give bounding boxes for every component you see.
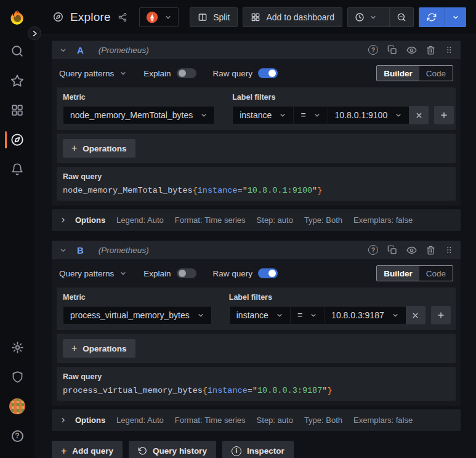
remove-filter-button[interactable] [406,306,426,324]
explain-label: Explain [143,69,171,78]
datasource-picker[interactable] [139,7,179,27]
sidebar-item-server-admin[interactable] [2,363,32,390]
raw-query-label: Raw query [63,172,450,181]
mode-builder-option[interactable]: Builder [377,66,419,81]
explain-toggle-field: Explain [143,68,196,78]
raw-query-toggle-field: Raw query [213,68,278,78]
query-row-header[interactable]: A (Prometheus) ? [52,41,461,59]
time-range-picker[interactable] [348,8,384,26]
metric-field-label: Metric [63,93,215,102]
remove-query-button[interactable] [426,46,435,55]
raw-query-switch[interactable] [258,68,278,78]
sidebar-item-alerting[interactable] [2,156,32,183]
grafana-logo[interactable] [5,6,30,30]
options-exemplars: Exemplars: false [353,215,413,225]
metric-select[interactable]: process_virtual_memory_bytes [63,306,212,324]
sidebar-item-profile[interactable] [2,393,32,420]
label-filters-field: Label filters instance = [229,293,451,324]
chevron-down-icon [313,111,321,119]
split-button[interactable]: Split [190,7,238,27]
duplicate-query-button[interactable] [387,45,397,55]
share-alt-icon[interactable] [118,12,127,22]
label-filters-label: Label filters [229,293,451,302]
sidebar-item-starred[interactable] [2,67,32,94]
query-editor-body: Query patterns Explain Raw query Bu [52,259,461,406]
disable-query-button[interactable] [406,45,417,55]
duplicate-query-button[interactable] [387,245,397,255]
refresh-interval-dropdown[interactable] [445,7,466,27]
run-query-button[interactable] [419,7,445,27]
options-label: Options [75,215,105,225]
options-legend: Legend: Auto [116,416,164,425]
query-help-button[interactable]: ? [368,45,378,55]
mode-code-option[interactable]: Code [419,66,453,81]
chevron-down-icon [279,111,286,119]
remove-query-button[interactable] [426,246,435,255]
explain-switch[interactable] [177,268,196,278]
query-help-button[interactable]: ? [368,245,378,255]
split-label: Split [213,12,230,22]
query-patterns-dropdown[interactable]: Query patterns [59,269,127,278]
info-circle-icon: i [232,446,241,456]
inspector-button[interactable]: i Inspector [222,441,294,458]
remove-filter-button[interactable] [409,106,429,124]
explore-toolbar: Explore Split [34,0,476,34]
eye-icon [406,245,417,255]
chevron-right-icon [60,217,67,223]
disable-query-button[interactable] [406,245,417,255]
collapse-query-icon[interactable] [59,246,67,254]
query-patterns-dropdown[interactable]: Query patterns [59,69,127,78]
explain-switch[interactable] [177,68,196,78]
label-value-select[interactable]: 10.8.0.3:9187 [324,306,406,324]
add-filter-button[interactable] [431,306,451,324]
label-name-select[interactable]: instance [232,106,293,124]
query-options-row[interactable]: Options Legend: Auto Format: Time series… [52,409,461,431]
raw-query-code: node_memory_MemTotal_bytes{instance="10.… [63,186,450,195]
sidebar-item-explore[interactable] [2,126,32,153]
editor-mode-toggle: Builder Code [376,265,453,281]
zoom-out-time-button[interactable] [389,8,413,26]
add-query-label: Add query [72,446,113,456]
query-ref-id[interactable]: A [77,45,84,55]
expand-sidebar-button[interactable] [28,26,41,40]
label-name-select[interactable]: instance [229,306,290,324]
label-operator-select[interactable]: = [293,106,327,124]
query-editor-row-a: A (Prometheus) ? [52,41,461,231]
plus-icon: + [61,446,67,456]
label-value-select[interactable]: 10.8.0.1:9100 [328,106,409,124]
sync-icon [427,12,437,22]
compass-icon [53,12,63,22]
mode-builder-option[interactable]: Builder [377,266,419,281]
drag-handle[interactable] [445,45,453,55]
history-icon [138,446,147,456]
query-row-header[interactable]: B (Prometheus) ? [52,241,461,259]
label-operator-select[interactable]: = [290,306,324,324]
raw-query-switch[interactable] [258,268,278,278]
add-operation-button[interactable]: + Operations [63,339,135,358]
sidebar-item-help[interactable]: ? [2,422,32,449]
chevron-down-icon [276,311,283,319]
drag-handle[interactable] [445,245,453,255]
query-history-button[interactable]: Query history [129,441,216,458]
query-ref-id[interactable]: B [77,245,84,255]
add-operation-button[interactable]: + Operations [63,139,135,158]
add-filter-button[interactable] [434,106,454,124]
add-query-button[interactable]: + Add query [52,441,123,458]
mode-code-option[interactable]: Code [419,266,453,281]
metric-labels-card: Metric process_virtual_memory_bytes Labe… [57,287,456,330]
code-label-name: instance [198,186,238,195]
grip-dots-icon [445,245,453,255]
collapse-query-icon[interactable] [59,46,67,54]
sidebar-item-dashboards[interactable] [2,97,32,124]
add-to-dashboard-button[interactable]: Add to dashboard [243,7,342,27]
page-title: Explore [70,10,111,24]
code-label-name: instance [208,386,248,395]
chevron-down-icon [310,311,317,319]
sidebar-item-search[interactable] [2,38,32,65]
metric-select[interactable]: node_memory_MemTotal_bytes [63,106,215,124]
query-datasource-label: (Prometheus) [99,246,149,255]
toolbar-right: Split Add to dashboard [190,7,466,27]
sidebar-item-configuration[interactable] [2,334,32,361]
query-options-row[interactable]: Options Legend: Auto Format: Time series… [52,209,461,231]
eye-icon [406,45,417,55]
